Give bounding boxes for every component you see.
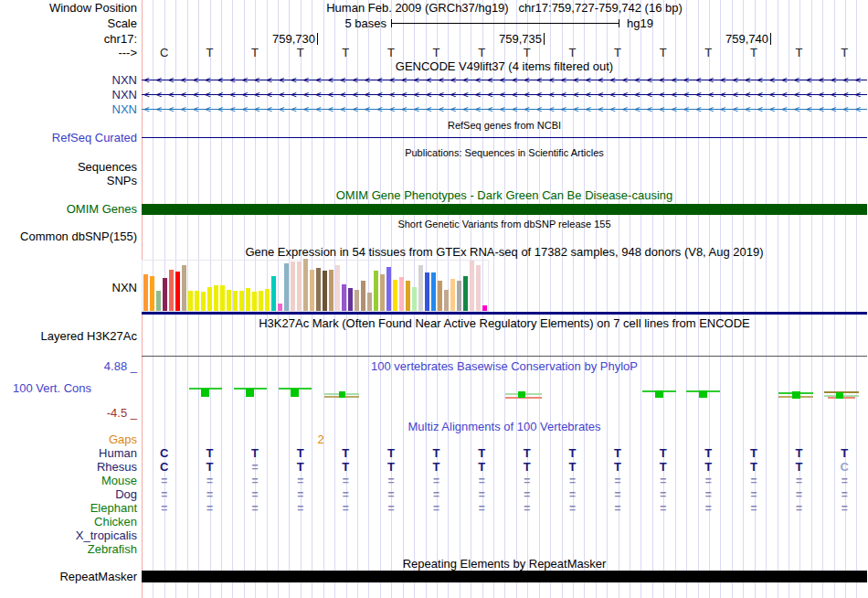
gtex-gene-label[interactable]: NXN (0, 282, 137, 294)
layered-h3k27ac-label[interactable]: Layered H3K27Ac (0, 330, 137, 343)
gencode-track-header[interactable]: GENCODE V49lift37 (4 items filtered out) (142, 60, 867, 73)
alignment-base: T (387, 461, 395, 474)
base-letter: T (478, 47, 485, 59)
refseq-curated-item[interactable] (142, 137, 867, 138)
alignment-base: T (750, 447, 757, 460)
alignment-gap-mark: = (842, 488, 848, 501)
refseq-track-header[interactable]: RefSeq genes from NCBI (142, 120, 867, 131)
alignment-gap-mark: = (569, 475, 576, 487)
species-label-chicken[interactable]: Chicken (0, 516, 137, 529)
alignment-base: T (796, 461, 803, 474)
gtex-bar (393, 280, 397, 311)
scale-bar-left-tick (391, 19, 392, 27)
gtex-bar (463, 276, 468, 311)
alignment-gap-mark: = (796, 488, 802, 501)
gtex-bar (214, 285, 218, 311)
alignment-gap-mark: = (297, 475, 303, 487)
phylop-track-header[interactable]: 100 vertebrates Basewise Conservation by… (142, 360, 867, 373)
species-label-zebrafish[interactable]: Zebrafish (0, 543, 137, 556)
species-label-x_tropicalis[interactable]: X_tropicalis (0, 529, 137, 542)
alignment-gap-mark: = (387, 488, 394, 501)
gtex-bar (188, 291, 193, 311)
alignment-base: T (433, 447, 440, 460)
omim-genes-label[interactable]: OMIM Genes (0, 203, 137, 216)
gtex-bar (233, 291, 238, 311)
refseq-curated-label[interactable]: RefSeq Curated (0, 132, 137, 144)
gtex-bar (431, 272, 436, 311)
phylop-min-value: -4.5 _ (0, 407, 137, 420)
phylop-track-label[interactable]: 100 Vert. Cons (13, 382, 91, 395)
h3k27ac-track-header[interactable]: H3K27Ac Mark (Often Found Near Active Re… (142, 317, 867, 330)
gtex-track-header[interactable]: Gene Expression in 54 tissues from GTEx … (142, 246, 867, 259)
base-letter: T (206, 47, 213, 59)
alignment-base: T (660, 461, 667, 474)
gaps-label[interactable]: Gaps (0, 433, 137, 446)
alignment-base: T (704, 461, 712, 474)
alignment-gap-mark: = (615, 488, 621, 501)
omim-track-header[interactable]: OMIM Gene Phenotypes - Dark Green Can Be… (142, 189, 867, 202)
alignment-base: C (160, 447, 168, 460)
alignment-gap-mark: = (433, 502, 439, 515)
base-letter: T (704, 47, 712, 59)
species-label-mouse[interactable]: Mouse (0, 475, 137, 487)
gtex-bar (386, 267, 391, 311)
scale-label: Scale (0, 17, 137, 30)
gencode-item-label-nxn-3[interactable]: NXN (0, 103, 137, 116)
alignment-base: T (841, 447, 848, 460)
alignment-base: T (433, 461, 440, 474)
alignment-gap-mark: = (615, 502, 621, 515)
gtex-barchart[interactable] (142, 260, 489, 312)
gtex-baseline (142, 312, 867, 315)
gtex-bar (284, 263, 289, 311)
alignment-gap-mark: = (750, 488, 757, 501)
gtex-bar (450, 279, 455, 311)
gtex-bar (239, 291, 244, 311)
base-letter: T (433, 47, 440, 59)
gtex-bar (265, 289, 270, 311)
snps-label[interactable]: SNPs (0, 175, 137, 187)
dbsnp-track-header[interactable]: Short Genetic Variants from dbSNP releas… (142, 219, 867, 230)
alignment-base: T (387, 447, 395, 460)
species-label-rhesus[interactable]: Rhesus (0, 461, 137, 474)
publications-track-header[interactable]: Publications: Sequences in Scientific Ar… (142, 147, 867, 158)
alignment-gap-mark: = (433, 488, 439, 501)
gtex-bar (163, 278, 167, 311)
alignment-gap-mark: = (387, 502, 394, 515)
gtex-bar (342, 284, 346, 311)
alignment-gap-mark: = (524, 475, 530, 487)
repeatmasker-label[interactable]: RepeatMasker (0, 571, 137, 583)
gtex-bar (278, 304, 282, 311)
gtex-bar (418, 265, 423, 311)
alignment-gap-mark: = (161, 488, 167, 501)
gtex-bar (143, 274, 148, 311)
gtex-bar (470, 261, 474, 311)
scale-bar (391, 23, 619, 24)
scale-value: 5 bases (142, 17, 386, 29)
gtex-bar (348, 288, 353, 311)
alignment-gap-mark: = (524, 488, 530, 501)
gencode-item-label-nxn-1[interactable]: NXN (0, 74, 137, 87)
phylop-bar (836, 392, 843, 399)
alignment-gap-mark: = (660, 502, 666, 515)
repeatmasker-track-header[interactable]: Repeating Elements by RepeatMasker (142, 558, 867, 571)
common-dbsnp-label[interactable]: Common dbSNP(155) (0, 230, 137, 243)
sequences-label[interactable]: Sequences (0, 161, 137, 174)
alignment-gap-mark: = (206, 502, 213, 515)
species-label-elephant[interactable]: Elephant (0, 502, 137, 515)
omim-gene-item[interactable] (142, 204, 867, 215)
track-separator-line (142, 356, 867, 357)
phylop-bar (339, 391, 345, 398)
ruler-tick-label: 759,735 (499, 33, 542, 45)
gencode-item-label-nxn-2[interactable]: NXN (0, 89, 137, 101)
species-label-human[interactable]: Human (0, 447, 137, 460)
alignment-gap-mark: = (615, 475, 621, 487)
gtex-bar (195, 291, 199, 311)
gtex-bar (323, 271, 327, 311)
gaps-count: 2 (317, 433, 323, 446)
repeatmasker-item[interactable] (142, 571, 867, 582)
species-label-dog[interactable]: Dog (0, 488, 137, 501)
ruler-tick-label: 759,730 (272, 33, 315, 45)
multiz-track-header[interactable]: Multiz Alignments of 100 Vertebrates (142, 421, 867, 433)
alignment-base: C (160, 461, 168, 474)
genome-browser-image: Window Position Human Feb. 2009 (GRCh37/… (0, 0, 868, 598)
